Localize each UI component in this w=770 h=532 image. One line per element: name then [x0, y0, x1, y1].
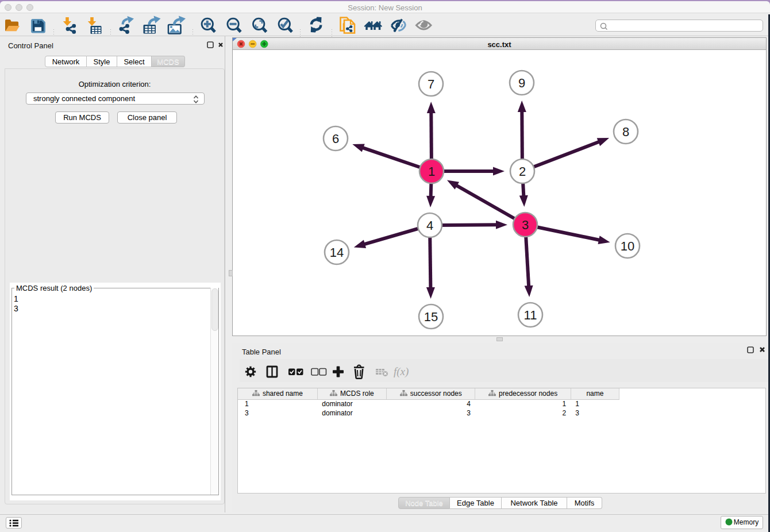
svg-text:11: 11 — [524, 308, 537, 322]
svg-text:9: 9 — [518, 76, 525, 90]
svg-text:3: 3 — [522, 218, 529, 232]
svg-text:4: 4 — [426, 218, 433, 233]
svg-text:1: 1 — [428, 164, 435, 179]
svg-text:8: 8 — [622, 125, 629, 139]
svg-text:6: 6 — [332, 132, 339, 146]
svg-text:f(x): f(x) — [394, 365, 409, 378]
svg-text:2: 2 — [519, 164, 526, 179]
svg-text:15: 15 — [424, 310, 438, 324]
svg-text:14: 14 — [330, 245, 344, 260]
svg-text:10: 10 — [621, 239, 634, 253]
svg-text:7: 7 — [428, 77, 434, 91]
